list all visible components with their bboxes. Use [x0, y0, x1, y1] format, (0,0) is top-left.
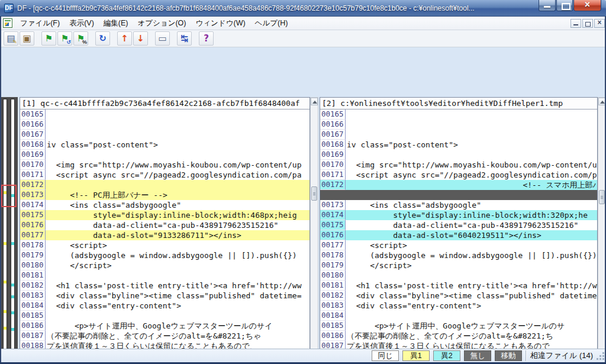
legend-none: 無し — [464, 350, 491, 361]
code-line[interactable]: 00184 <div class="entry-content"> — [20, 301, 310, 311]
code-text: （不要記事の削除と、全てのイメージのalt=を&#8221;ちゃ — [46, 331, 310, 341]
code-line[interactable]: 00167 — [20, 130, 310, 140]
code-line[interactable]: 00181 <h1 class='post-title entry-title'… — [320, 281, 597, 291]
file1-header: [1] qc-c-c441bffffa2b9c736a4fef86142c216… — [20, 98, 310, 109]
flag-percent-icon[interactable]: ⚑% — [73, 31, 88, 46]
mdi-minimize-button[interactable] — [570, 19, 581, 28]
code-line[interactable]: 00174 <ins class="adsbygoogle" — [20, 200, 310, 210]
line-number: 00175 — [320, 220, 346, 230]
code-line[interactable]: 00178 (adsbygoogle = window.adsbygoogle … — [320, 250, 597, 260]
line-number: 00171 — [20, 170, 46, 180]
code-line[interactable]: 00166 — [20, 120, 310, 130]
code-text — [46, 109, 310, 120]
code-text: <ins class="adsbygoogle" — [346, 200, 597, 210]
diff-overview-map[interactable] — [1, 97, 18, 364]
code-line[interactable]: 00180 </script> — [20, 260, 310, 270]
file2-code-area[interactable]: 00165001660016700168iv class="post-conte… — [320, 109, 597, 364]
code-line[interactable]: 00176 data-ad-slot="6040219511"></ins> — [320, 230, 597, 240]
file1-code-area[interactable]: 00165001660016700168iv class="post-conte… — [20, 109, 310, 364]
code-line[interactable]: 00184 — [320, 311, 597, 321]
line-number: 00172 — [20, 180, 46, 190]
code-line[interactable]: 00170 <img src="http://www.moyashi-koubo… — [320, 160, 597, 170]
scroll-up-button[interactable] — [311, 98, 318, 105]
code-line[interactable]: 00168iv class="post-content"> — [20, 140, 310, 150]
code-line[interactable]: 00185 — [20, 311, 310, 321]
menu-item-1[interactable]: 表示(V) — [65, 17, 99, 30]
line-number: 00180 — [20, 260, 46, 270]
flag-next-icon[interactable]: ⚑ — [41, 31, 56, 46]
code-line[interactable]: 00186（不要記事の削除と、全てのイメージのalt=を&#8221;ち — [320, 331, 597, 341]
mdi-restore-button[interactable] — [582, 19, 593, 28]
line-number: 00185 — [320, 321, 346, 331]
code-line[interactable]: 00173 <ins class="adsbygoogle" — [320, 200, 597, 210]
line-number: 00165 — [320, 109, 346, 120]
code-text — [46, 120, 310, 130]
file-select-icon[interactable]: ▤✎ — [4, 31, 18, 46]
clipboard-icon[interactable]: ▣ — [20, 31, 34, 46]
close-button[interactable] — [573, 0, 601, 11]
code-line[interactable]: 00165 — [20, 109, 310, 120]
code-text: <img src="http://www.moyashi-koubou.com/… — [46, 160, 310, 170]
code-line[interactable]: 00182 <h1 class='post-title entry-title'… — [20, 281, 310, 291]
line-number: 00179 — [320, 260, 346, 270]
code-line[interactable]: 00167 — [320, 130, 597, 140]
code-line[interactable]: 00174 style="display:inline-block;width:… — [320, 210, 597, 220]
code-line[interactable]: 00170 <img src="http://www.moyashi-koubo… — [20, 160, 310, 170]
code-line[interactable]: 00187（不要記事の削除と、全てのイメージのalt=を&#8221;ちゃ — [20, 331, 310, 341]
code-line[interactable]: 00176 data-ad-client="ca-pub-43891796235… — [20, 220, 310, 230]
code-line[interactable]: 00166 — [320, 120, 597, 130]
code-text: (adsbygoogle = window.adsbygoogle || [])… — [346, 250, 597, 260]
flag-refresh-icon[interactable]: ⚑↺ — [57, 31, 72, 46]
code-line[interactable]: 00172 — [20, 180, 310, 190]
code-line[interactable]: 00169 — [320, 150, 597, 160]
code-line[interactable]: 00177 data-ad-slot="9133286711"></ins> — [20, 230, 310, 240]
vscroll-thumb[interactable] — [311, 186, 317, 201]
code-line[interactable]: 00171 <script async src="//pagead2.googl… — [320, 170, 597, 180]
menu-item-5[interactable]: ヘルプ(H) — [250, 17, 293, 30]
mdi-close-button[interactable] — [594, 19, 605, 28]
overview-viewport-marker[interactable] — [1, 185, 17, 207]
maximize-button[interactable] — [556, 0, 573, 11]
code-line[interactable]: 00177 <script> — [320, 240, 597, 250]
code-line[interactable]: 00175 style="display:inline-block;width:… — [20, 210, 310, 220]
window-icon-glyph: ▭ — [158, 33, 166, 44]
file1-vscrollbar[interactable] — [310, 97, 318, 364]
code-line[interactable]: 00185 <p>サイト運用中、Googleウェブマスターツールのサ — [320, 321, 597, 331]
code-line[interactable]: 00181 — [20, 270, 310, 281]
menu-item-3[interactable]: オプション(O) — [133, 17, 191, 30]
next-diff-icon[interactable]: ↓ — [133, 31, 148, 46]
code-line[interactable]: 00169 — [20, 150, 310, 160]
help-icon[interactable]: ? — [199, 31, 214, 46]
menu-item-4[interactable]: ウィンドウ(W) — [191, 17, 250, 30]
code-line[interactable]: 00168iv class="post-content"> — [320, 140, 597, 150]
line-number: 00167 — [20, 130, 46, 140]
sync-scroll-icon[interactable]: ↹ — [177, 31, 192, 46]
line-number: 00170 — [320, 160, 346, 170]
window-icon[interactable]: ▭ — [155, 31, 170, 46]
code-line[interactable]: 00179 </script> — [320, 260, 597, 270]
line-number: 00168 — [20, 140, 46, 150]
line-number: 00173 — [320, 200, 346, 210]
code-line[interactable]: 00178 <script> — [20, 240, 310, 250]
vscroll-thumb[interactable] — [599, 190, 605, 204]
code-line[interactable]: 00182 <div class="byline"><time class="p… — [320, 291, 597, 301]
code-text — [46, 130, 310, 140]
recompare-icon[interactable]: ↻ — [95, 31, 110, 46]
code-line[interactable]: 00172 <!-- スマホ用上部バ — [320, 180, 597, 190]
minimize-button[interactable] — [539, 0, 556, 11]
menu-item-2[interactable]: 編集(E) — [99, 17, 133, 30]
code-line[interactable]: 00173 <!-- PC用上部バナー --> — [20, 190, 310, 200]
code-line[interactable]: 00180 — [320, 270, 597, 281]
code-line[interactable]: 00183 <div class="entry-content"> — [320, 301, 597, 311]
menu-item-0[interactable]: ファイル(F) — [15, 17, 65, 30]
title-bar: DF DF - [qc-c-c441bffffa2b9c736a4fef8614… — [0, 0, 606, 17]
code-line[interactable]: 00186 <p>サイト運用中、Googleウェブマスターツールのサイ — [20, 321, 310, 331]
code-line[interactable]: 00171 <script async src="//pagead2.googl… — [20, 170, 310, 180]
code-line[interactable]: 00183 <div class="byline"><time class="p… — [20, 291, 310, 301]
prev-diff-icon[interactable]: ↑ — [117, 31, 132, 46]
code-line[interactable]: 00175 data-ad-client="ca-pub-43891796235… — [320, 220, 597, 230]
resize-grip[interactable] — [597, 352, 604, 360]
code-line[interactable]: 00179 (adsbygoogle = window.adsbygoogle … — [20, 250, 310, 260]
code-line[interactable]: 00165 — [320, 109, 597, 120]
gap-filler-row[interactable] — [320, 190, 597, 200]
